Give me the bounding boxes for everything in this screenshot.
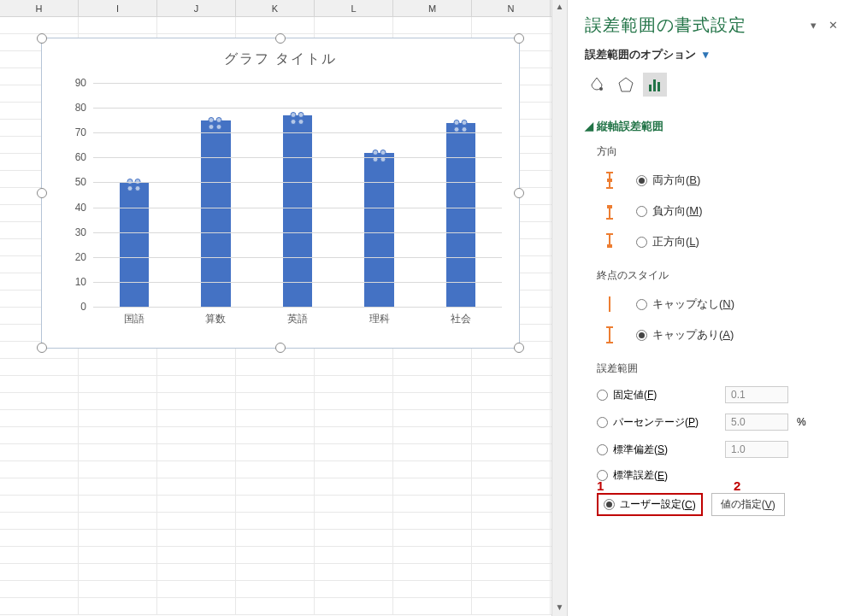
bar-chart-tab-icon[interactable] (643, 73, 667, 97)
x-axis: 国語算数英語理科社会 (93, 312, 502, 332)
column-header[interactable]: L (315, 0, 393, 16)
svg-rect-11 (607, 205, 612, 208)
data-bar[interactable] (364, 153, 393, 307)
error-bar-marker[interactable] (290, 112, 304, 125)
collapse-icon: ◢ (585, 120, 593, 132)
resize-handle[interactable] (514, 343, 524, 353)
svg-rect-4 (657, 82, 660, 91)
direction-plus-option[interactable]: 正方向(L) (600, 232, 838, 251)
column-headers: HIJKLMN (0, 0, 551, 17)
radio[interactable] (636, 299, 647, 310)
specify-value-button[interactable]: 値の指定(V) (711, 493, 785, 516)
amount-heading: 誤差範囲 (597, 361, 838, 376)
svg-rect-2 (649, 85, 652, 91)
percentage-value-input[interactable]: 5.0 (725, 414, 788, 431)
section-vertical-error-bar[interactable]: ◢縦軸誤差範囲 (585, 119, 838, 134)
no-cap-icon (600, 295, 619, 314)
resize-handle[interactable] (514, 33, 524, 44)
cap-icon (600, 326, 619, 344)
column-header[interactable]: M (393, 0, 472, 16)
chart-title[interactable]: グラフ タイトル (42, 38, 519, 75)
pane-options-label: 誤差範囲のオプション (585, 48, 696, 61)
amount-sterr-option[interactable]: 標準誤差(E) (597, 468, 838, 483)
fixed-value-input[interactable]: 0.1 (725, 386, 788, 403)
column-header[interactable]: K (236, 0, 315, 16)
radio[interactable] (636, 237, 647, 248)
direction-both-option[interactable]: 両方向(B) (600, 171, 838, 190)
error-bar-marker[interactable] (127, 179, 141, 191)
svg-rect-14 (607, 244, 612, 248)
plus-direction-icon (600, 232, 619, 251)
minus-direction-icon (600, 202, 619, 220)
scroll-down-icon[interactable]: ▼ (552, 601, 567, 616)
radio[interactable] (597, 390, 608, 401)
callout-1: 1 (597, 478, 604, 493)
vertical-scrollbar[interactable]: ▲ ▼ (551, 0, 567, 616)
resize-handle[interactable] (37, 33, 47, 44)
x-axis-label: 英語 (256, 312, 339, 332)
stdev-value-input[interactable]: 1.0 (725, 441, 788, 458)
endstyle-cap-option[interactable]: キャップあり(A) (600, 326, 838, 344)
error-bar-marker[interactable] (209, 117, 223, 130)
amount-fixed-option[interactable]: 固定値(F) 0.1 (597, 386, 838, 403)
format-pane: 誤差範囲の書式設定 ▾ ✕ 誤差範囲のオプション ▾ ◢縦軸誤差範囲 方向 両方… (567, 0, 855, 616)
direction-heading: 方向 (597, 144, 838, 159)
plot-area[interactable] (93, 83, 502, 307)
column-header[interactable]: I (79, 0, 157, 16)
both-direction-icon (600, 171, 619, 190)
radio[interactable] (636, 206, 647, 217)
effects-tab-icon[interactable] (614, 73, 638, 97)
endstyle-heading: 終点のスタイル (597, 268, 838, 283)
radio[interactable] (604, 499, 615, 510)
endstyle-nocap-option[interactable]: キャップなし(N) (600, 295, 838, 314)
svg-marker-1 (619, 78, 633, 91)
x-axis-label: 理科 (339, 312, 421, 332)
error-bar-marker[interactable] (372, 150, 386, 162)
pane-menu-icon[interactable]: ▾ (811, 19, 817, 32)
resize-handle[interactable] (275, 343, 286, 353)
percentage-unit: % (797, 416, 806, 428)
pane-close-icon[interactable]: ✕ (828, 19, 838, 32)
resize-handle[interactable] (514, 188, 524, 198)
chart-object[interactable]: グラフ タイトル 0102030405060708090 国語算数英語理科社会 (41, 38, 520, 349)
pane-options-selector[interactable]: 誤差範囲のオプション ▾ (585, 47, 838, 62)
direction-minus-option[interactable]: 負方向(M) (600, 202, 838, 220)
x-axis-label: 社会 (420, 312, 502, 332)
radio[interactable] (636, 175, 647, 186)
x-axis-label: 算数 (175, 312, 257, 332)
error-bar-marker[interactable] (454, 120, 469, 132)
amount-custom-option[interactable]: ユーザー設定(C) (597, 493, 703, 516)
x-axis-label: 国語 (93, 312, 175, 332)
svg-point-0 (599, 87, 603, 91)
column-header[interactable]: H (0, 0, 79, 16)
radio[interactable] (597, 444, 608, 455)
fill-tab-icon[interactable] (585, 73, 609, 97)
column-header[interactable]: N (472, 0, 551, 16)
data-bar[interactable] (201, 120, 230, 307)
chevron-down-icon: ▾ (703, 48, 709, 61)
pane-title: 誤差範囲の書式設定 (585, 14, 746, 37)
data-bar[interactable] (120, 182, 149, 307)
svg-rect-8 (607, 179, 612, 182)
resize-handle[interactable] (275, 33, 286, 44)
column-header[interactable]: J (157, 0, 236, 16)
callout-2: 2 (734, 478, 740, 493)
y-axis: 0102030405060708090 (42, 83, 91, 307)
amount-percentage-option[interactable]: パーセンテージ(P) 5.0 % (597, 414, 838, 431)
worksheet-area[interactable]: HIJKLMN グラフ タイトル 0102030405060708090 国語算… (0, 0, 551, 616)
data-bar[interactable] (283, 115, 312, 307)
svg-rect-3 (653, 79, 656, 91)
amount-stdev-option[interactable]: 標準偏差(S) 1.0 (597, 441, 838, 458)
data-bar[interactable] (446, 123, 475, 307)
radio[interactable] (636, 330, 647, 341)
scroll-up-icon[interactable]: ▲ (552, 0, 567, 15)
resize-handle[interactable] (37, 343, 47, 353)
radio[interactable] (597, 417, 608, 428)
